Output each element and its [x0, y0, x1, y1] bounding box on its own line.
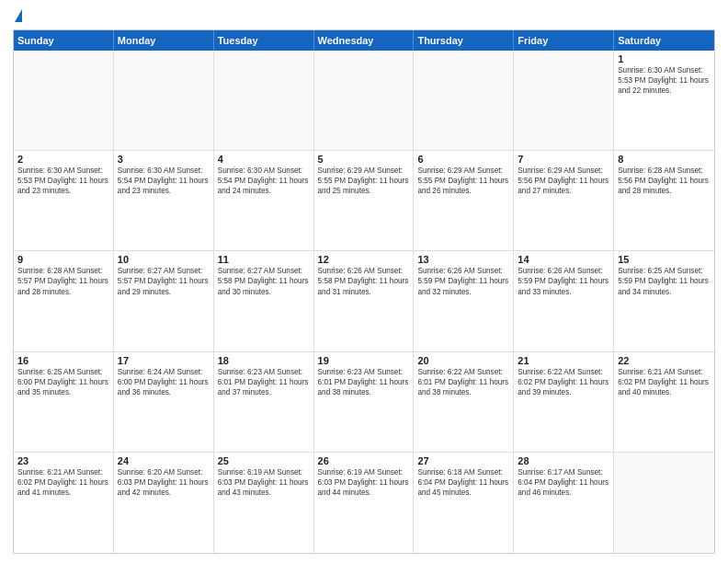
day-number: 22	[618, 355, 711, 366]
day-number: 15	[618, 254, 711, 265]
day-number: 12	[318, 254, 410, 265]
day-info: Sunrise: 6:26 AM Sunset: 5:59 PM Dayligh…	[518, 266, 609, 296]
day-info: Sunrise: 6:25 AM Sunset: 5:59 PM Dayligh…	[618, 266, 711, 296]
day-number: 17	[118, 355, 210, 366]
day-number: 5	[318, 154, 410, 165]
calendar-cell: 6Sunrise: 6:29 AM Sunset: 5:55 PM Daylig…	[414, 151, 514, 250]
calendar-row: 16Sunrise: 6:25 AM Sunset: 6:00 PM Dayli…	[14, 352, 714, 453]
day-number: 20	[417, 355, 509, 366]
day-number: 19	[318, 355, 410, 366]
day-info: Sunrise: 6:18 AM Sunset: 6:04 PM Dayligh…	[417, 467, 509, 498]
calendar-cell: 3Sunrise: 6:30 AM Sunset: 5:54 PM Daylig…	[114, 151, 214, 250]
calendar-cell: 26Sunrise: 6:19 AM Sunset: 6:03 PM Dayli…	[314, 453, 415, 553]
calendar-cell	[514, 51, 614, 150]
calendar-cell: 27Sunrise: 6:18 AM Sunset: 6:04 PM Dayli…	[414, 453, 514, 553]
day-info: Sunrise: 6:20 AM Sunset: 6:03 PM Dayligh…	[118, 467, 210, 498]
weekday-header: Sunday	[14, 30, 114, 51]
calendar-cell	[14, 51, 114, 150]
calendar-cell	[314, 51, 415, 150]
day-number: 6	[417, 154, 509, 165]
calendar-cell: 13Sunrise: 6:26 AM Sunset: 5:59 PM Dayli…	[414, 251, 514, 350]
calendar-cell: 23Sunrise: 6:21 AM Sunset: 6:02 PM Dayli…	[14, 453, 114, 553]
day-info: Sunrise: 6:17 AM Sunset: 6:04 PM Dayligh…	[518, 467, 609, 498]
calendar-cell: 4Sunrise: 6:30 AM Sunset: 5:54 PM Daylig…	[214, 151, 314, 250]
day-number: 28	[518, 455, 609, 466]
page: SundayMondayTuesdayWednesdayThursdayFrid…	[0, 0, 728, 563]
calendar-cell: 9Sunrise: 6:28 AM Sunset: 5:57 PM Daylig…	[14, 251, 114, 350]
weekday-header: Tuesday	[214, 30, 314, 51]
day-info: Sunrise: 6:19 AM Sunset: 6:03 PM Dayligh…	[218, 467, 310, 498]
calendar-cell: 17Sunrise: 6:24 AM Sunset: 6:00 PM Dayli…	[114, 352, 214, 452]
calendar-cell: 15Sunrise: 6:25 AM Sunset: 5:59 PM Dayli…	[614, 251, 714, 350]
day-number: 2	[17, 154, 109, 165]
calendar-cell	[414, 51, 514, 150]
calendar-row: 2Sunrise: 6:30 AM Sunset: 5:53 PM Daylig…	[14, 151, 714, 251]
calendar-row: 1Sunrise: 6:30 AM Sunset: 5:53 PM Daylig…	[14, 51, 714, 151]
calendar-body: 1Sunrise: 6:30 AM Sunset: 5:53 PM Daylig…	[14, 51, 714, 553]
weekday-header: Monday	[114, 30, 214, 51]
day-number: 26	[318, 455, 410, 466]
day-info: Sunrise: 6:29 AM Sunset: 5:55 PM Dayligh…	[417, 166, 509, 196]
day-info: Sunrise: 6:26 AM Sunset: 5:58 PM Dayligh…	[318, 266, 410, 296]
calendar-cell: 2Sunrise: 6:30 AM Sunset: 5:53 PM Daylig…	[14, 151, 114, 250]
day-number: 27	[417, 455, 509, 466]
calendar-cell: 12Sunrise: 6:26 AM Sunset: 5:58 PM Dayli…	[314, 251, 415, 350]
calendar-cell	[114, 51, 214, 150]
day-info: Sunrise: 6:27 AM Sunset: 5:58 PM Dayligh…	[218, 266, 310, 296]
day-info: Sunrise: 6:29 AM Sunset: 5:56 PM Dayligh…	[518, 166, 609, 196]
weekday-header: Friday	[514, 30, 614, 51]
day-info: Sunrise: 6:24 AM Sunset: 6:00 PM Dayligh…	[118, 367, 210, 397]
day-info: Sunrise: 6:30 AM Sunset: 5:54 PM Dayligh…	[218, 166, 310, 196]
day-info: Sunrise: 6:22 AM Sunset: 6:02 PM Dayligh…	[518, 367, 609, 397]
calendar-cell: 7Sunrise: 6:29 AM Sunset: 5:56 PM Daylig…	[514, 151, 614, 250]
calendar-header: SundayMondayTuesdayWednesdayThursdayFrid…	[14, 30, 714, 51]
calendar-cell: 22Sunrise: 6:21 AM Sunset: 6:02 PM Dayli…	[614, 352, 714, 452]
day-info: Sunrise: 6:29 AM Sunset: 5:55 PM Dayligh…	[318, 166, 410, 196]
day-number: 13	[417, 254, 509, 265]
calendar-cell: 28Sunrise: 6:17 AM Sunset: 6:04 PM Dayli…	[514, 453, 614, 553]
calendar-row: 9Sunrise: 6:28 AM Sunset: 5:57 PM Daylig…	[14, 251, 714, 351]
calendar-cell: 19Sunrise: 6:23 AM Sunset: 6:01 PM Dayli…	[314, 352, 415, 452]
day-info: Sunrise: 6:23 AM Sunset: 6:01 PM Dayligh…	[218, 367, 310, 397]
day-info: Sunrise: 6:21 AM Sunset: 6:02 PM Dayligh…	[17, 467, 109, 498]
day-number: 10	[118, 254, 210, 265]
calendar-cell: 11Sunrise: 6:27 AM Sunset: 5:58 PM Dayli…	[214, 251, 314, 350]
calendar-cell: 14Sunrise: 6:26 AM Sunset: 5:59 PM Dayli…	[514, 251, 614, 350]
day-number: 11	[218, 254, 310, 265]
calendar-cell: 16Sunrise: 6:25 AM Sunset: 6:00 PM Dayli…	[14, 352, 114, 452]
day-number: 7	[518, 154, 609, 165]
weekday-header: Wednesday	[314, 30, 415, 51]
day-number: 18	[218, 355, 310, 366]
day-number: 24	[118, 455, 210, 466]
logo-triangle-icon	[15, 9, 22, 22]
weekday-header: Saturday	[614, 30, 714, 51]
calendar-cell: 10Sunrise: 6:27 AM Sunset: 5:57 PM Dayli…	[114, 251, 214, 350]
day-info: Sunrise: 6:27 AM Sunset: 5:57 PM Dayligh…	[118, 266, 210, 296]
day-number: 8	[618, 154, 711, 165]
day-info: Sunrise: 6:28 AM Sunset: 5:57 PM Dayligh…	[17, 266, 109, 296]
day-info: Sunrise: 6:30 AM Sunset: 5:53 PM Dayligh…	[618, 65, 711, 96]
calendar-cell: 18Sunrise: 6:23 AM Sunset: 6:01 PM Dayli…	[214, 352, 314, 452]
day-info: Sunrise: 6:30 AM Sunset: 5:54 PM Dayligh…	[118, 166, 210, 196]
day-number: 3	[118, 154, 210, 165]
day-number: 23	[17, 455, 109, 466]
day-number: 25	[218, 455, 310, 466]
day-info: Sunrise: 6:30 AM Sunset: 5:53 PM Dayligh…	[17, 166, 109, 196]
day-number: 16	[17, 355, 109, 366]
day-number: 4	[218, 154, 310, 165]
calendar-cell: 25Sunrise: 6:19 AM Sunset: 6:03 PM Dayli…	[214, 453, 314, 553]
calendar-cell: 5Sunrise: 6:29 AM Sunset: 5:55 PM Daylig…	[314, 151, 415, 250]
day-number: 1	[618, 53, 711, 64]
day-info: Sunrise: 6:28 AM Sunset: 5:56 PM Dayligh…	[618, 166, 711, 196]
calendar-cell: 8Sunrise: 6:28 AM Sunset: 5:56 PM Daylig…	[614, 151, 714, 250]
day-info: Sunrise: 6:23 AM Sunset: 6:01 PM Dayligh…	[318, 367, 410, 397]
day-info: Sunrise: 6:26 AM Sunset: 5:59 PM Dayligh…	[417, 266, 509, 296]
calendar: SundayMondayTuesdayWednesdayThursdayFrid…	[13, 29, 715, 554]
day-number: 14	[518, 254, 609, 265]
calendar-cell: 24Sunrise: 6:20 AM Sunset: 6:03 PM Dayli…	[114, 453, 214, 553]
calendar-cell	[214, 51, 314, 150]
logo	[13, 9, 22, 24]
header	[13, 9, 715, 24]
day-info: Sunrise: 6:19 AM Sunset: 6:03 PM Dayligh…	[318, 467, 410, 498]
day-info: Sunrise: 6:22 AM Sunset: 6:01 PM Dayligh…	[417, 367, 509, 397]
